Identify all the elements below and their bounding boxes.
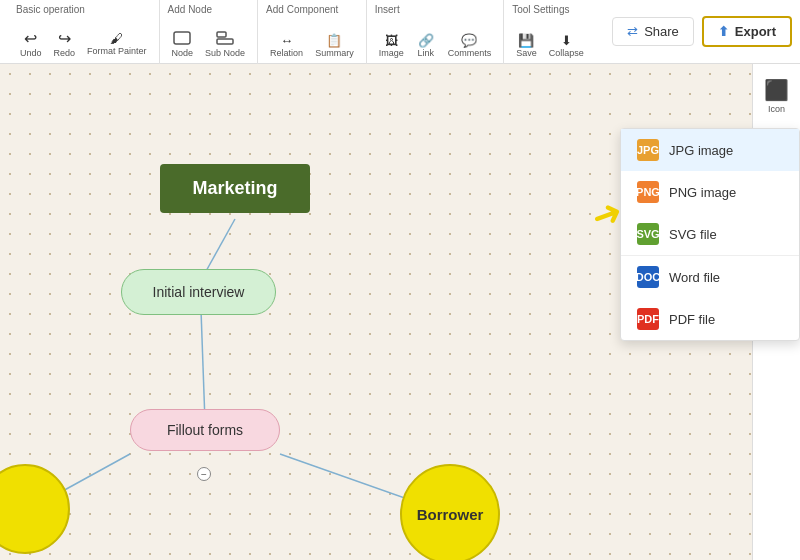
fillout-forms-collapse[interactable]: −: [197, 467, 211, 481]
icon-label: Icon: [768, 104, 785, 114]
redo-icon: ↪: [58, 31, 71, 47]
collapse-button[interactable]: ⬇ Collapse: [545, 32, 588, 60]
image-icon: 🖼: [385, 34, 398, 47]
png-label: PNG image: [669, 185, 736, 200]
image-button[interactable]: 🖼 Image: [375, 32, 408, 60]
toolbar-group-add-node: Add Node Node Sub Node: [160, 0, 259, 64]
toolbar-right: ⇄ Share ⬆ Export: [612, 16, 792, 47]
link-button[interactable]: 🔗 Link: [412, 32, 440, 60]
link-icon: 🔗: [418, 34, 434, 47]
initial-interview-label: Initial interview: [153, 284, 245, 300]
jpg-icon: JPG: [637, 139, 659, 161]
pdf-icon: PDF: [637, 308, 659, 330]
toolbar-group-add-node-label: Add Node: [168, 4, 212, 15]
save-button[interactable]: 💾 Save: [512, 32, 541, 60]
marketing-label: Marketing: [192, 178, 277, 198]
toolbar-group-tool-settings-items: 💾 Save ⬇ Collapse: [512, 32, 588, 60]
collapse-icon: ⬇: [561, 34, 572, 47]
toolbar-group-add-component: Add Component ↔ Relation 📋 Summary: [258, 0, 367, 64]
toolbar-group-tool-settings: Tool Settings 💾 Save ⬇ Collapse: [504, 0, 596, 64]
canvas: Marketing Initial interview Fillout form…: [0, 64, 800, 560]
toolbar-group-basic-items: ↩ Undo ↪ Redo 🖌 Format Painter: [16, 29, 151, 60]
svg-label: SVG file: [669, 227, 717, 242]
node-icon: [173, 31, 191, 47]
jpg-label: JPG image: [669, 143, 733, 158]
dropdown-item-pdf[interactable]: PDF PDF file: [621, 298, 799, 340]
dropdown-item-doc[interactable]: DOC Word file: [621, 256, 799, 298]
toolbar-group-insert-items: 🖼 Image 🔗 Link 💬 Comments: [375, 32, 496, 60]
save-icon: 💾: [518, 34, 534, 47]
dropdown-item-png[interactable]: PNG PNG image: [621, 171, 799, 213]
icon-icon: ⬛: [764, 78, 789, 102]
summary-button[interactable]: 📋 Summary: [311, 32, 358, 60]
svg-icon: SVG: [637, 223, 659, 245]
png-icon: PNG: [637, 181, 659, 203]
dropdown-item-jpg[interactable]: JPG JPG image: [621, 129, 799, 171]
toolbar-group-add-node-items: Node Sub Node: [168, 29, 250, 60]
toolbar-group-add-component-items: ↔ Relation 📋 Summary: [266, 32, 358, 60]
undo-button[interactable]: ↩ Undo: [16, 29, 46, 60]
relation-icon: ↔: [280, 34, 293, 47]
export-button[interactable]: ⬆ Export: [702, 16, 792, 47]
initial-interview-node[interactable]: Initial interview: [121, 269, 276, 315]
fillout-forms-label: Fillout forms: [167, 422, 243, 438]
export-icon: ⬆: [718, 24, 729, 39]
toolbar-group-insert-label: Insert: [375, 4, 400, 15]
fillout-forms-node[interactable]: Fillout forms: [130, 409, 280, 451]
sub-node-button[interactable]: Sub Node: [201, 29, 249, 60]
toolbar-group-insert: Insert 🖼 Image 🔗 Link 💬 Comments: [367, 0, 505, 64]
redo-button[interactable]: ↪ Redo: [50, 29, 80, 60]
comments-button[interactable]: 💬 Comments: [444, 32, 496, 60]
export-label: Export: [735, 24, 776, 39]
comments-icon: 💬: [461, 34, 477, 47]
toolbar-group-basic-label: Basic operation: [16, 4, 85, 15]
marketing-node[interactable]: Marketing: [160, 164, 310, 213]
toolbar: Basic operation ↩ Undo ↪ Redo 🖌 Format P…: [0, 0, 800, 64]
svg-rect-0: [174, 32, 190, 44]
format-painter-icon: 🖌: [110, 32, 123, 45]
format-painter-button[interactable]: 🖌 Format Painter: [83, 30, 151, 58]
export-dropdown: JPG JPG image PNG PNG image SVG SVG file…: [620, 128, 800, 341]
sub-node-icon: [216, 31, 234, 47]
summary-icon: 📋: [326, 34, 342, 47]
borrower-label: Borrower: [417, 506, 484, 523]
toolbar-group-basic: Basic operation ↩ Undo ↪ Redo 🖌 Format P…: [8, 0, 160, 64]
svg-rect-2: [217, 39, 233, 44]
relation-button[interactable]: ↔ Relation: [266, 32, 307, 60]
share-button[interactable]: ⇄ Share: [612, 17, 694, 46]
dropdown-item-svg[interactable]: SVG SVG file: [621, 213, 799, 255]
panel-icon-item[interactable]: ⬛ Icon: [760, 72, 793, 120]
pdf-label: PDF file: [669, 312, 715, 327]
share-icon: ⇄: [627, 24, 638, 39]
node-button[interactable]: Node: [168, 29, 198, 60]
toolbar-group-tool-settings-label: Tool Settings: [512, 4, 569, 15]
share-label: Share: [644, 24, 679, 39]
undo-icon: ↩: [24, 31, 37, 47]
toolbar-group-add-component-label: Add Component: [266, 4, 338, 15]
doc-icon: DOC: [637, 266, 659, 288]
yellow-left-node[interactable]: [0, 464, 70, 554]
borrower-node[interactable]: Borrower: [400, 464, 500, 560]
svg-rect-1: [217, 32, 226, 37]
doc-label: Word file: [669, 270, 720, 285]
